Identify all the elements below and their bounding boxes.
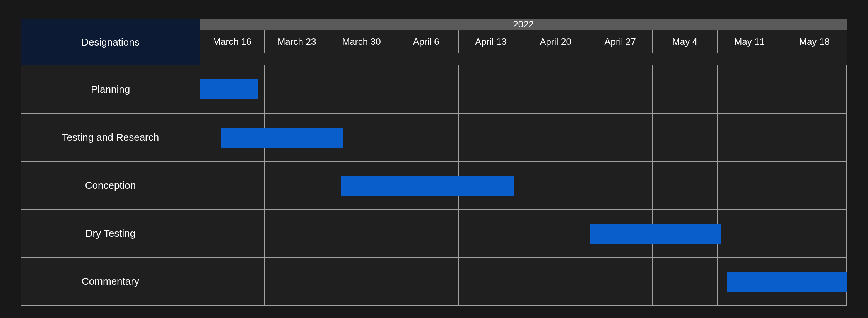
grid-cell xyxy=(265,210,329,257)
grid-cell xyxy=(588,162,653,209)
gantt-bar-3 xyxy=(590,224,721,244)
grid-cell xyxy=(523,258,588,305)
gantt-header: Designations 2022 March 16 March 23 Marc… xyxy=(21,19,847,65)
year-header: 2022 xyxy=(200,19,847,30)
gantt-bar-2 xyxy=(341,176,513,196)
row-label-0: Planning xyxy=(21,65,200,113)
date-col-5: April 20 xyxy=(523,30,588,53)
grid-cell xyxy=(653,65,717,113)
row-track-2 xyxy=(200,161,847,209)
grid-cell xyxy=(523,114,588,161)
grid-cell xyxy=(265,162,329,209)
grid-cell xyxy=(394,210,459,257)
date-headers: March 16 March 23 March 30 April 6 April… xyxy=(200,30,847,53)
grid-cell xyxy=(523,65,588,113)
grid-cell xyxy=(782,65,847,113)
grid-cell xyxy=(394,65,459,113)
grid-cell xyxy=(523,210,588,257)
row-header-title: Designations xyxy=(21,19,200,65)
gantt-bar-4 xyxy=(727,272,847,292)
row-track-0 xyxy=(200,65,847,113)
gantt-bar-0 xyxy=(200,79,258,99)
grid-cell xyxy=(653,162,717,209)
grid-cell xyxy=(523,162,588,209)
row-label-4: Commentary xyxy=(21,257,200,305)
grid-cell xyxy=(200,162,265,209)
date-col-0: March 16 xyxy=(200,30,265,53)
gantt-row: Conception xyxy=(21,161,847,209)
grid-cell xyxy=(394,114,459,161)
grid-cell xyxy=(329,210,394,257)
grid-cell xyxy=(782,114,847,161)
grid-cell xyxy=(782,162,847,209)
date-col-3: April 6 xyxy=(394,30,459,53)
row-label-3: Dry Testing xyxy=(21,209,200,257)
grid-cell xyxy=(718,114,782,161)
grid-cell xyxy=(329,65,394,113)
date-col-7: May 4 xyxy=(653,30,717,53)
grid-cell xyxy=(588,258,653,305)
grid-cell xyxy=(329,258,394,305)
gantt-row: Testing and Research xyxy=(21,113,847,161)
row-label-1: Testing and Research xyxy=(21,113,200,161)
grid-cell xyxy=(718,162,782,209)
gantt-row: Planning xyxy=(21,65,847,113)
gantt-row: Commentary xyxy=(21,257,847,305)
date-col-1: March 23 xyxy=(265,30,329,53)
grid-cell xyxy=(588,65,653,113)
grid-cell xyxy=(265,258,329,305)
row-track-1 xyxy=(200,113,847,161)
grid-cell xyxy=(265,65,329,113)
grid-cell xyxy=(588,114,653,161)
date-col-9: May 18 xyxy=(782,30,847,53)
grid-cell xyxy=(718,210,782,257)
grid-cell xyxy=(459,114,523,161)
grid-cell xyxy=(200,210,265,257)
row-label-2: Conception xyxy=(21,161,200,209)
gantt-row: Dry Testing xyxy=(21,209,847,257)
grid-cell xyxy=(782,210,847,257)
grid-cell xyxy=(200,258,265,305)
date-col-4: April 13 xyxy=(459,30,523,53)
grid-cell xyxy=(718,65,782,113)
grid-cell xyxy=(459,65,523,113)
row-track-3 xyxy=(200,209,847,257)
grid-cell xyxy=(459,210,523,257)
row-track-4 xyxy=(200,257,847,305)
grid-cell xyxy=(653,114,717,161)
grid-cell xyxy=(459,258,523,305)
date-col-6: April 27 xyxy=(588,30,653,53)
gantt-bar-1 xyxy=(221,128,343,148)
date-col-8: May 11 xyxy=(718,30,782,53)
date-col-2: March 30 xyxy=(329,30,394,53)
gantt-chart: Designations 2022 March 16 March 23 Marc… xyxy=(21,19,847,306)
grid-cell xyxy=(394,258,459,305)
grid-cell xyxy=(653,258,717,305)
